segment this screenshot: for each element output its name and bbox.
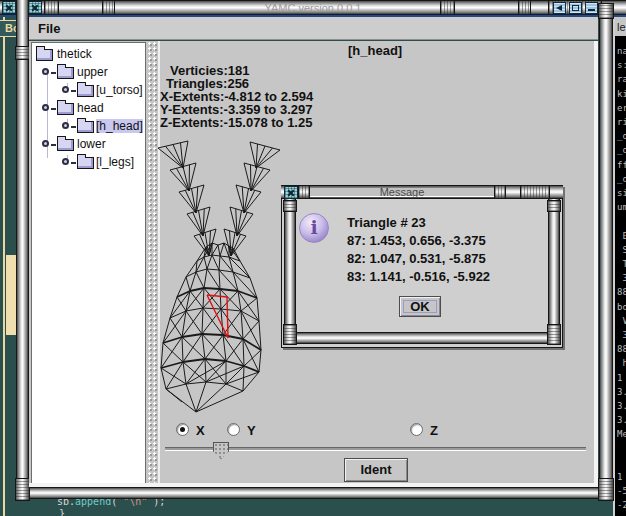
terminal-line: 34 <box>617 273 626 283</box>
stat-z-extents: Z-Extents:-15.078 to 1.25 <box>160 116 312 129</box>
terminal-line: ffs <box>617 160 626 170</box>
dialog-coupling <box>494 185 506 199</box>
tree-label-selected: [h_head] <box>96 119 143 133</box>
terminal-line: _of <box>617 174 626 184</box>
axis-radio-y[interactable]: Y <box>227 423 240 436</box>
expand-handle-icon[interactable] <box>62 86 69 93</box>
message-dialog: Message i Triangle # 23 87: 1.453, 0.656… <box>281 185 563 348</box>
dialog-coupling <box>520 185 550 199</box>
titlebar-coupling <box>102 0 115 15</box>
terminal-line: _of <box>617 145 626 155</box>
terminal-line: _of <box>617 131 626 141</box>
tree-label: lower <box>77 137 106 151</box>
content-right-bevel <box>594 41 598 487</box>
terminal-line: 35 <box>617 330 626 340</box>
border-joint <box>598 478 614 501</box>
terminal-line: ris <box>617 117 626 127</box>
terminal-line: TC <box>617 259 626 269</box>
titlebar-coupling <box>44 0 59 15</box>
menu-item-file[interactable]: File <box>38 21 60 36</box>
window-restore-icon[interactable] <box>553 2 566 14</box>
terminal-body: nams:ramkinertris_of_offfs_ofsizume EL S… <box>613 36 626 516</box>
terminal-line: VE <box>617 316 626 326</box>
terminal-line: Mes <box>617 429 626 439</box>
titlebar-coupling <box>518 0 531 15</box>
dialog-bottom-pipe <box>284 332 560 344</box>
terminal-line: 3.4 <box>617 401 626 411</box>
editor-margin-line <box>3 16 5 516</box>
close-icon[interactable] <box>2 1 16 14</box>
folder-icon <box>77 85 94 97</box>
folder-icon <box>77 121 94 133</box>
expand-handle-icon[interactable] <box>42 104 49 111</box>
terminal-line: ram <box>617 74 626 84</box>
slider-thumb[interactable] <box>213 442 229 459</box>
window-left-border <box>16 0 29 492</box>
terminal-line: s: <box>617 60 626 70</box>
dialog-title: Message <box>309 186 495 198</box>
tree-label: upper <box>77 65 108 79</box>
menu-bar: File <box>29 17 598 40</box>
dialog-close-icon[interactable] <box>284 186 298 199</box>
tree-label: [l_legs] <box>96 155 134 169</box>
expand-handle-icon[interactable] <box>62 158 69 165</box>
dialog-joint <box>547 200 561 212</box>
dialog-joint <box>283 200 297 212</box>
background-terminal-window: le nams:ramkinertris_of_offfs_ofsizume E… <box>613 17 626 516</box>
dialog-line-v1: 87: 1.453, 0.656, -3.375 <box>347 233 486 248</box>
dialog-coupling <box>298 185 310 199</box>
viewer-heading: [h_head] <box>348 43 402 58</box>
titlebar-coupling <box>440 0 455 15</box>
split-divider[interactable] <box>148 42 158 484</box>
terminal-title: le <box>613 17 626 36</box>
ident-button[interactable]: Ident <box>344 458 408 482</box>
folder-icon <box>57 139 74 151</box>
terminal-line: ume <box>617 202 626 212</box>
ok-button[interactable]: OK <box>399 296 441 317</box>
terminal-line: ha <box>617 358 626 368</box>
expand-handle-icon[interactable] <box>62 122 69 129</box>
folder-icon <box>57 103 74 115</box>
expand-handle-icon[interactable] <box>42 140 49 147</box>
terminal-line: 3.4 <box>617 415 626 425</box>
dialog-left-pipe <box>284 199 296 334</box>
content-bottom-bevel <box>29 483 598 487</box>
window-right-border <box>599 3 613 492</box>
axis-radio-x[interactable]: X <box>176 423 189 436</box>
expand-handle-icon[interactable] <box>42 68 49 75</box>
window-title: YAMC version 0.0.1 <box>0 2 626 14</box>
tree-label: thetick <box>57 47 92 61</box>
dialog-line-v3: 83: 1.141, -0.516, -5.922 <box>347 269 490 284</box>
terminal-line: 1 u <box>617 472 626 482</box>
window-maximize-icon[interactable] <box>569 2 582 14</box>
terminal-line: bou <box>617 302 626 312</box>
terminal-line: nam <box>617 46 626 56</box>
info-icon: i <box>299 213 329 243</box>
terminal-line: -5. <box>617 486 626 496</box>
dialog-line-title: Triangle # 23 <box>347 215 426 230</box>
dialog-line-v2: 82: 1.047, 0.531, -5.875 <box>347 251 486 266</box>
tree-label: head <box>77 101 104 115</box>
axis-radio-z[interactable]: Z <box>410 423 423 436</box>
terminal-line: 88 <box>617 287 626 297</box>
ok-label: OK <box>410 299 430 314</box>
window-close-icon[interactable] <box>28 1 42 14</box>
terminal-line: 1 n <box>617 373 626 383</box>
terminal-line: 88 <box>617 344 626 354</box>
terminal-line: ert <box>617 103 626 113</box>
border-joint <box>15 478 30 501</box>
folder-icon <box>77 157 94 169</box>
dialog-joint <box>283 324 297 345</box>
editor-code-line2: } <box>59 508 65 516</box>
window-bottom-border <box>16 487 613 499</box>
model-tree: thetick upper [u_torso] head [h_head] <box>31 42 146 484</box>
terminal-line: EL <box>617 231 626 241</box>
window-minimize-icon[interactable] <box>585 2 598 14</box>
dialog-right-pipe <box>548 199 560 334</box>
border-joint <box>15 46 30 60</box>
terminal-line: kin <box>617 89 626 99</box>
dialog-joint <box>547 324 561 345</box>
tree-label: [u_torso] <box>96 83 143 97</box>
terminal-line: 3.4 <box>617 387 626 397</box>
terminal-line: -29 <box>617 500 626 510</box>
